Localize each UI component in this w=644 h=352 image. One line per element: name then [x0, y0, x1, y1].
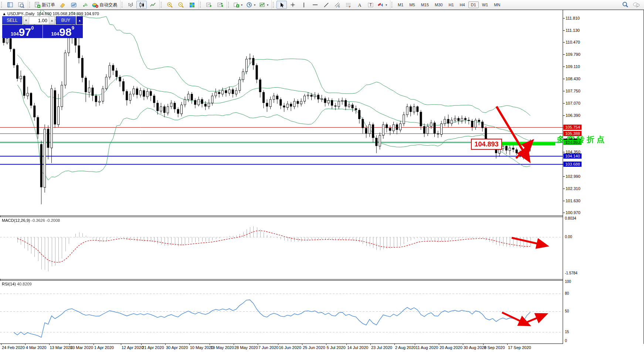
- autotrading-button[interactable]: 自动交易: [91, 1, 119, 9]
- timeframe-m30[interactable]: M30: [432, 1, 445, 8]
- market-watch-icon: [18, 2, 24, 8]
- toolbar-group-zoom: [159, 0, 199, 9]
- chat-button[interactable]: [631, 1, 641, 9]
- new-order-button[interactable]: 新订单: [33, 1, 57, 9]
- toolbar-group-objects: E F A T ▾: [271, 0, 390, 9]
- date-tick: 13 Mar 2020: [50, 345, 73, 350]
- timeframe-m5[interactable]: M5: [407, 1, 417, 8]
- cursor-button[interactable]: [277, 1, 287, 9]
- timeframe-m15[interactable]: M15: [418, 1, 431, 8]
- zoom-out-icon: [178, 2, 184, 8]
- price-axis-line: [563, 10, 563, 344]
- panel-separator[interactable]: [0, 280, 563, 281]
- volume-input[interactable]: [29, 17, 49, 24]
- indicator-add-icon: [233, 2, 240, 8]
- market-watch-button[interactable]: [16, 1, 26, 9]
- panel-separator[interactable]: [0, 216, 563, 216]
- collapse-triangle-icon[interactable]: ▲: [2, 11, 7, 16]
- sell-price[interactable]: 104 97 0: [2, 25, 43, 38]
- publish-chart-button[interactable]: [68, 1, 79, 9]
- profile-next-button[interactable]: [204, 1, 214, 9]
- signal-icon: [82, 2, 88, 8]
- support-highlight-bar[interactable]: [500, 142, 555, 145]
- template-button[interactable]: ▾: [258, 1, 270, 9]
- toolbar-group-panels: [0, 0, 28, 9]
- text-button[interactable]: A: [354, 1, 365, 9]
- date-axis[interactable]: 24 Feb 20204 Mar 202013 Mar 202023 Mar 2…: [0, 344, 644, 352]
- zoom-out-button[interactable]: [176, 1, 186, 9]
- panel-separator[interactable]: [0, 217, 563, 217]
- panel-toggle-button[interactable]: [5, 1, 15, 9]
- eraser-icon: [60, 2, 66, 8]
- price-tick: 102.310: [566, 186, 580, 191]
- text-label-icon: T: [367, 2, 374, 8]
- equidistant-channel-button[interactable]: E: [332, 1, 342, 9]
- date-tick: 24 Feb 2020: [2, 345, 25, 350]
- profile-add-button[interactable]: [215, 1, 225, 9]
- price-tick: 107.070: [566, 101, 580, 105]
- macd-indicator-chart[interactable]: [0, 217, 563, 279]
- date-tick: 14 Jul 2020: [347, 345, 368, 350]
- date-tick: 23 Mar 2020: [70, 345, 93, 350]
- timeframe-d1[interactable]: D1: [468, 1, 479, 8]
- panel-toggle-icon: [7, 2, 13, 8]
- sell-button[interactable]: SELL: [2, 16, 22, 24]
- horizontal-line-icon: [312, 2, 318, 8]
- date-tick: 12 Apr 2020: [122, 345, 143, 350]
- candlestick-chart-button[interactable]: [136, 1, 147, 9]
- price-level-badge: 104.140: [563, 153, 582, 159]
- sell-price-figure: 104: [11, 31, 19, 37]
- sell-price-big: 97: [19, 27, 31, 37]
- date-tick: 7 Jun 2020: [258, 345, 278, 350]
- vertical-line-button[interactable]: [299, 1, 309, 9]
- fibonacci-button[interactable]: F: [343, 1, 353, 9]
- price-tick: 102.990: [566, 174, 580, 179]
- rsi-value: 40.8209: [17, 282, 32, 286]
- price-tick: 107.750: [566, 89, 580, 93]
- new-order-icon: [34, 2, 41, 8]
- panel-collapse-button[interactable]: ▲: [77, 16, 83, 24]
- bar-chart-button[interactable]: [125, 1, 136, 9]
- crosshair-button[interactable]: [288, 1, 298, 9]
- horizontal-line-button[interactable]: [310, 1, 320, 9]
- rsi-name: RSI(14): [2, 282, 16, 286]
- period-button[interactable]: ▾: [245, 1, 257, 9]
- zoom-in-button[interactable]: [165, 1, 175, 9]
- panel-separator[interactable]: [0, 279, 563, 280]
- timeframe-m1[interactable]: M1: [395, 1, 406, 8]
- buy-button[interactable]: BUY: [56, 16, 76, 24]
- date-tick: 20 Aug 2020: [440, 345, 462, 350]
- price-tick: 108.430: [566, 77, 580, 81]
- search-icon: [622, 1, 628, 8]
- macd-axis-tick: -1.5784: [565, 271, 577, 275]
- price-tick: 100.970: [566, 210, 580, 215]
- rsi-indicator-chart[interactable]: [0, 280, 563, 343]
- one-click-trading-panel: SELL ▼ ▲ BUY ▲ 104 97 0 104 98 9: [2, 16, 83, 38]
- timeframe-w1[interactable]: W1: [479, 1, 491, 8]
- toolbar-grip: [161, 2, 163, 8]
- search-button[interactable]: [620, 1, 630, 9]
- tile-windows-button[interactable]: [187, 1, 197, 9]
- timeframe-h4[interactable]: H4: [457, 1, 468, 8]
- indicator-add-button[interactable]: ▾: [232, 1, 244, 9]
- signal-button[interactable]: [79, 1, 90, 9]
- trendline-button[interactable]: [321, 1, 331, 9]
- buy-price[interactable]: 104 98 9: [43, 25, 83, 38]
- arrows-button[interactable]: ▾: [376, 1, 389, 9]
- equidistant-channel-icon: E: [334, 2, 340, 8]
- arrows-icon: [378, 2, 384, 8]
- text-label-button[interactable]: T: [365, 1, 376, 9]
- volume-decrease-button[interactable]: ▼: [23, 17, 29, 24]
- main-price-chart[interactable]: [0, 10, 563, 216]
- price-tick: 106.390: [566, 113, 580, 118]
- timeframe-mn[interactable]: MN: [491, 1, 503, 8]
- timeframe-h1[interactable]: H1: [446, 1, 456, 8]
- svg-text:F: F: [349, 6, 350, 8]
- price-annotation-box[interactable]: 104.893: [471, 139, 502, 150]
- volume-increase-button[interactable]: ▲: [49, 17, 55, 24]
- price-tick: 109.790: [566, 52, 580, 57]
- date-tick: 19 May 2020: [210, 345, 234, 350]
- turning-point-note[interactable]: 多空转折点: [557, 134, 607, 145]
- eraser-button[interactable]: [57, 1, 68, 9]
- line-chart-button[interactable]: [148, 1, 158, 9]
